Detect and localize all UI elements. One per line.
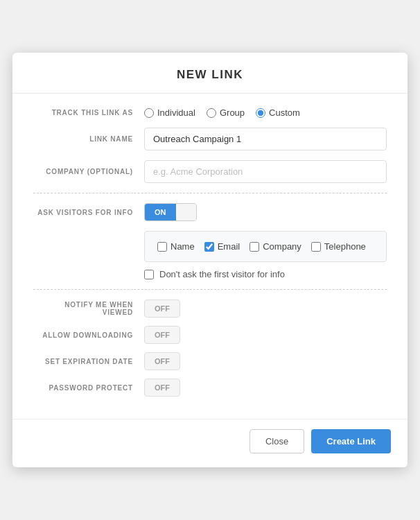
password-toggle[interactable]: OFF — [144, 379, 180, 397]
field-telephone-checkbox[interactable] — [311, 242, 321, 252]
close-button[interactable]: Close — [250, 429, 304, 453]
field-name-label: Name — [170, 241, 195, 252]
downloading-toggle-wrap: OFF — [144, 326, 387, 344]
notify-label: NOTIFY ME WHEN VIEWED — [33, 301, 144, 316]
visitor-fields-row: Name Email Company Telephone — [157, 241, 374, 252]
visitor-info-section: Name Email Company Telephone — [144, 231, 387, 279]
toggle-off-side — [176, 204, 196, 220]
company-wrap — [144, 160, 387, 183]
notify-row: NOTIFY ME WHEN VIEWED OFF — [33, 300, 387, 318]
radio-individual[interactable]: Individual — [144, 107, 195, 118]
divider-2 — [33, 289, 387, 290]
radio-individual-label: Individual — [157, 107, 195, 118]
link-name-input[interactable] — [144, 128, 387, 150]
new-link-modal: NEW LINK TRACK THIS LINK AS Individual G… — [12, 53, 408, 467]
link-name-row: LINK NAME — [33, 128, 387, 150]
ask-visitors-toggle[interactable]: ON — [144, 203, 197, 221]
company-input[interactable] — [144, 160, 387, 183]
divider-1 — [33, 193, 387, 193]
dont-ask-row[interactable]: Don't ask the first visitor for info — [144, 269, 387, 279]
dont-ask-label: Don't ask the first visitor for info — [159, 269, 285, 279]
ask-visitors-toggle-wrap: ON — [144, 203, 387, 221]
expiration-toggle-label: OFF — [145, 353, 180, 370]
company-label: COMPANY (OPTIONAL) — [33, 168, 144, 175]
field-name-option[interactable]: Name — [157, 241, 195, 252]
field-email-option[interactable]: Email — [204, 241, 240, 252]
expiration-row: SET EXPIRATION DATE OFF — [33, 352, 387, 370]
radio-custom-label: Custom — [269, 107, 300, 118]
visitor-info-box: Name Email Company Telephone — [144, 231, 387, 262]
downloading-row: ALLOW DOWNLOADING OFF — [33, 326, 387, 344]
password-label: PASSWORD PROTECT — [33, 384, 144, 392]
expiration-toggle-wrap: OFF — [144, 352, 387, 370]
notify-toggle-wrap: OFF — [144, 300, 387, 318]
radio-group[interactable]: Group — [207, 107, 245, 118]
company-row: COMPANY (OPTIONAL) — [33, 160, 387, 183]
modal-footer: Close Create Link — [12, 419, 408, 467]
field-name-checkbox[interactable] — [157, 242, 167, 252]
link-name-label: LINK NAME — [33, 135, 144, 143]
field-email-label: Email — [218, 241, 240, 252]
expiration-toggle[interactable]: OFF — [144, 352, 180, 370]
field-telephone-label: Telephone — [324, 241, 366, 252]
expiration-label: SET EXPIRATION DATE — [33, 358, 144, 365]
dont-ask-checkbox[interactable] — [144, 270, 154, 279]
notify-toggle[interactable]: OFF — [144, 300, 180, 318]
toggle-on-label: ON — [145, 204, 176, 220]
downloading-label: ALLOW DOWNLOADING — [33, 331, 144, 339]
track-link-label: TRACK THIS LINK AS — [33, 109, 144, 116]
downloading-toggle[interactable]: OFF — [144, 326, 180, 344]
track-link-row: TRACK THIS LINK AS Individual Group Cust… — [33, 107, 387, 118]
password-toggle-label: OFF — [145, 379, 180, 396]
password-toggle-wrap: OFF — [144, 379, 387, 397]
create-link-button[interactable]: Create Link — [311, 429, 391, 453]
radio-group-label: Group — [220, 107, 245, 118]
radio-group-input[interactable] — [207, 108, 216, 118]
modal-header: NEW LINK — [12, 53, 408, 94]
field-company-option[interactable]: Company — [250, 241, 301, 252]
link-name-wrap — [144, 128, 387, 150]
notify-toggle-label: OFF — [145, 300, 180, 317]
field-email-checkbox[interactable] — [204, 242, 214, 252]
password-row: PASSWORD PROTECT OFF — [33, 379, 387, 397]
field-company-checkbox[interactable] — [250, 242, 259, 252]
field-telephone-option[interactable]: Telephone — [311, 241, 366, 252]
track-link-options: Individual Group Custom — [144, 107, 387, 118]
ask-visitors-label: ASK VISITORS FOR INFO — [33, 209, 144, 216]
field-company-label: Company — [263, 241, 301, 252]
radio-custom[interactable]: Custom — [256, 107, 300, 118]
modal-title: NEW LINK — [29, 68, 391, 82]
modal-body: TRACK THIS LINK AS Individual Group Cust… — [12, 94, 408, 419]
ask-visitors-row: ASK VISITORS FOR INFO ON — [33, 203, 387, 221]
radio-individual-input[interactable] — [144, 108, 154, 118]
radio-custom-input[interactable] — [256, 108, 265, 118]
ask-visitors-section: ASK VISITORS FOR INFO ON Name — [33, 203, 387, 279]
downloading-toggle-label: OFF — [145, 327, 180, 343]
